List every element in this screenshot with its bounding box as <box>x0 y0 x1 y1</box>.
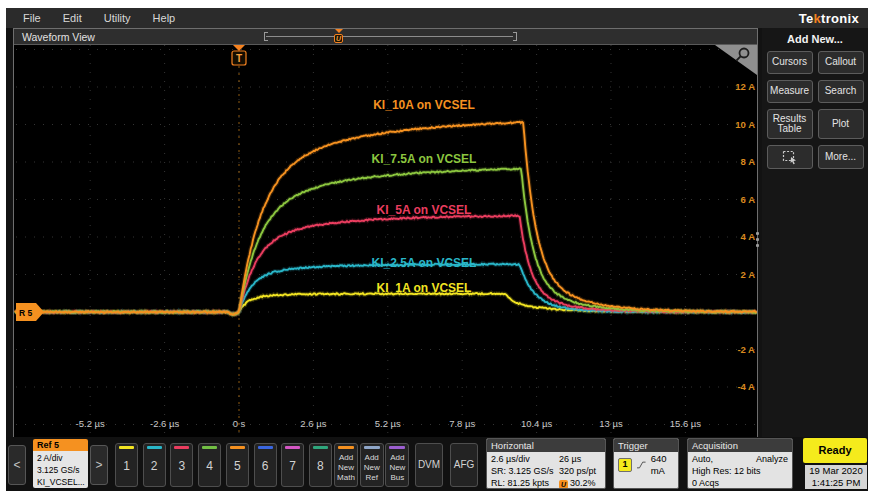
channel-number: 2 <box>144 444 165 486</box>
waveform-plot-area[interactable]: -5.2 µs-2.6 µs0 s2.6 µs5.2 µs7.8 µs10.4 … <box>14 45 757 437</box>
channel-number: 7 <box>282 444 303 486</box>
x-axis-tick-label: -5.2 µs <box>76 418 105 429</box>
trigger-position-arrow-icon <box>335 29 343 33</box>
date-time-display: 19 Mar 2020 1:41:25 PM <box>805 465 867 489</box>
channel-number: 4 <box>199 444 220 486</box>
channel-4-button[interactable]: 4 <box>198 443 221 487</box>
search-button[interactable]: Search <box>818 80 864 103</box>
mask-test-icon <box>782 150 798 165</box>
oscilloscope-app: File Edit Utility Help Tektronix Wavefor… <box>6 8 868 491</box>
horizontal-panel[interactable]: Horizontal 2.6 µs/div26 µs SR: 3.125 GS/… <box>486 438 606 489</box>
add-button-color-bar <box>389 446 405 449</box>
zoom-corner-control[interactable] <box>715 45 757 75</box>
add-button-color-bar <box>338 446 354 449</box>
rising-edge-icon <box>637 459 646 471</box>
menu-help[interactable]: Help <box>142 8 187 28</box>
more-button[interactable]: More... <box>818 145 864 169</box>
record-overview-left-bracket <box>264 32 268 41</box>
channel-5-button[interactable]: 5 <box>226 443 249 487</box>
x-axis-tick-label: 0 s <box>233 418 246 429</box>
acquisition-panel-title: Acquisition <box>688 439 792 452</box>
mask-test-button[interactable] <box>767 145 813 169</box>
channel-number: 8 <box>310 444 331 486</box>
add-new-math-button[interactable]: AddNewMath <box>334 443 358 487</box>
y-axis-tick-label: -4 A <box>737 381 755 392</box>
channel-8-button[interactable]: 8 <box>309 443 332 487</box>
channel-6-button[interactable]: 6 <box>254 443 277 487</box>
scroll-badges-right-button[interactable]: > <box>90 445 108 485</box>
trace-label: KI_2.5A on VCSEL <box>372 256 477 270</box>
add-button-color-bar <box>364 446 380 449</box>
add-new-ref-button[interactable]: AddNewRef <box>360 443 384 487</box>
cursors-button[interactable]: Cursors <box>767 51 813 74</box>
trace-label: KI_5A on VCSEL <box>377 203 472 217</box>
x-axis-tick-label: 10.4 µs <box>521 418 553 429</box>
y-axis-tick-label: 10 A <box>735 119 755 130</box>
channel-2-button[interactable]: 2 <box>143 443 166 487</box>
ref5-channel-badge[interactable]: Ref 5 2 A/div 3.125 GS/s KI_VCSEL... <box>33 439 88 488</box>
y-axis-tick-label: 8 A <box>741 156 756 167</box>
menu-file[interactable]: File <box>12 8 52 28</box>
x-axis-tick-label: 7.8 µs <box>449 418 475 429</box>
add-new-bus-button[interactable]: AddNewBus <box>385 443 409 487</box>
ready-status-badge: Ready <box>803 438 867 463</box>
trace-label: KI_7.5A on VCSEL <box>372 152 477 166</box>
y-axis-tick-label: 4 A <box>741 231 756 242</box>
y-axis-tick-label: 2 A <box>741 269 756 280</box>
waveform-view-tab-strip: Waveform View U <box>14 29 757 45</box>
ref5-ground-marker[interactable]: R 5 <box>16 303 44 321</box>
svg-text:R 5: R 5 <box>19 308 33 318</box>
panel-splitter-grip[interactable] <box>754 226 761 252</box>
dvm-button[interactable]: DVM <box>415 443 443 487</box>
results-table-button[interactable]: Results Table <box>767 109 813 139</box>
menu-bar: File Edit Utility Help Tektronix <box>6 8 868 28</box>
y-axis-tick-label: 12 A <box>735 81 755 92</box>
menu-edit[interactable]: Edit <box>52 8 93 28</box>
trigger-position-u-icon: U <box>334 34 343 43</box>
channel-number: 1 <box>116 444 137 486</box>
horizontal-panel-title: Horizontal <box>487 439 605 452</box>
x-axis-tick-label: 5.2 µs <box>375 418 401 429</box>
x-axis-tick-label: 13 µs <box>599 418 623 429</box>
y-axis-tick-label: 6 A <box>741 194 756 205</box>
channel-7-button[interactable]: 7 <box>281 443 304 487</box>
channel-1-button[interactable]: 1 <box>115 443 138 487</box>
channel-number: 5 <box>227 444 248 486</box>
acquisition-panel[interactable]: Acquisition Auto,Analyze High Res: 12 bi… <box>687 438 793 489</box>
record-overview-right-bracket <box>513 32 517 41</box>
add-new-header: Add New... <box>762 33 868 45</box>
add-new-panel: Add New... Cursors Callout Measure Searc… <box>762 28 868 437</box>
time-value: 1:41:25 PM <box>805 477 867 489</box>
y-axis-tick-label: -2 A <box>737 344 755 355</box>
tektronix-logo: Tektronix <box>799 11 859 26</box>
bottom-settings-bar: < Ref 5 2 A/div 3.125 GS/s KI_VCSEL... >… <box>6 437 868 491</box>
menu-utility[interactable]: Utility <box>93 8 142 28</box>
record-overview-bar <box>266 36 513 37</box>
trigger-source-badge: 1 <box>618 458 632 472</box>
channel-number: 3 <box>171 444 192 486</box>
callout-button[interactable]: Callout <box>818 51 864 74</box>
scroll-badges-left-button[interactable]: < <box>8 445 26 485</box>
measure-button[interactable]: Measure <box>767 80 813 103</box>
trigger-panel[interactable]: Trigger 1 640 mA <box>613 438 679 489</box>
trace-label: KI_10A on VCSEL <box>373 98 475 112</box>
afg-button[interactable]: AFG <box>450 443 478 487</box>
channel-3-button[interactable]: 3 <box>170 443 193 487</box>
date-value: 19 Mar 2020 <box>805 465 867 477</box>
x-axis-tick-label: 15.6 µs <box>670 418 702 429</box>
waveform-canvas[interactable]: -5.2 µs-2.6 µs0 s2.6 µs5.2 µs7.8 µs10.4 … <box>14 45 757 437</box>
trigger-position-u-icon-small: U <box>559 480 568 489</box>
channel-number: 6 <box>255 444 276 486</box>
x-axis-tick-label: -2.6 µs <box>150 418 179 429</box>
tab-waveform-view[interactable]: Waveform View <box>22 30 95 44</box>
trace-label: KI_1A on VCSEL <box>377 281 472 295</box>
trigger-position-marker[interactable]: U <box>334 29 345 44</box>
trigger-level-value: 640 mA <box>651 453 674 477</box>
ref5-badge-title: Ref 5 <box>33 439 88 451</box>
ref5-badge-details: 2 A/div 3.125 GS/s KI_VCSEL... <box>33 451 88 488</box>
trigger-t-marker[interactable]: T <box>232 45 246 65</box>
svg-text:T: T <box>236 53 242 64</box>
trigger-panel-title: Trigger <box>614 439 678 452</box>
plot-button[interactable]: Plot <box>818 109 864 139</box>
waveform-view-pane: Waveform View U -5.2 µs-2.6 µs0 s2.6 µs5… <box>13 28 758 437</box>
